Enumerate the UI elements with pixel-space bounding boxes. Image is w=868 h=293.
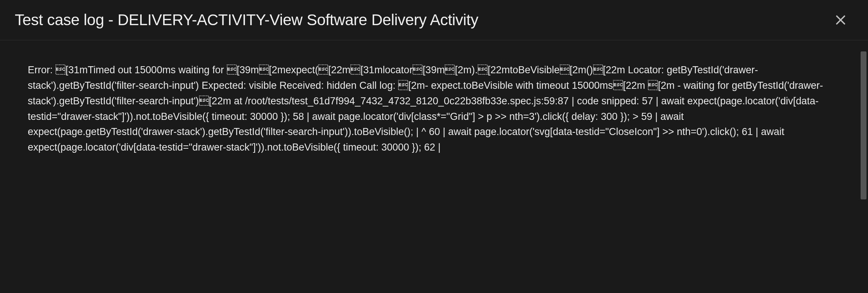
close-button[interactable] (831, 10, 850, 30)
scrollbar-track[interactable] (859, 40, 868, 293)
modal-body: Error: [31mTimed out 15000ms waiting fo… (0, 40, 868, 293)
close-icon (834, 13, 847, 27)
modal-header: Test case log - DELIVERY-ACTIVITY-View S… (0, 0, 868, 40)
modal-title: Test case log - DELIVERY-ACTIVITY-View S… (15, 11, 478, 29)
log-content: Error: [31mTimed out 15000ms waiting fo… (28, 63, 840, 155)
scrollbar-thumb[interactable] (861, 51, 867, 199)
